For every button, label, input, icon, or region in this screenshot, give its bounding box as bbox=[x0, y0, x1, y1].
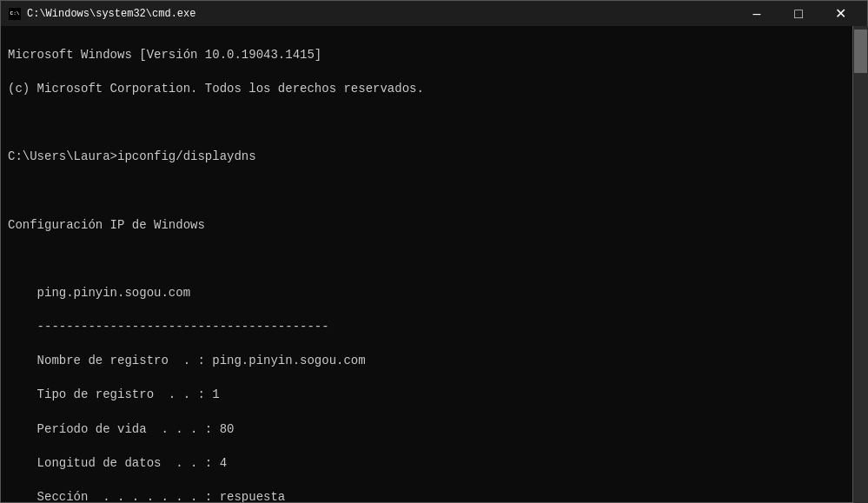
title-bar-controls: – □ ✕ bbox=[737, 1, 860, 27]
block1-periodo: Período de vida . . . : 80 bbox=[8, 421, 845, 439]
maximize-button[interactable]: □ bbox=[779, 1, 818, 27]
close-button[interactable]: ✕ bbox=[820, 1, 860, 27]
console-line3 bbox=[8, 115, 845, 132]
console-section-header: Configuración IP de Windows bbox=[8, 217, 845, 235]
block1-nombre: Nombre de registro . : ping.pinyin.sogou… bbox=[8, 353, 845, 370]
console-blank1 bbox=[8, 251, 845, 268]
cmd-icon bbox=[8, 7, 22, 21]
minimize-button[interactable]: – bbox=[737, 1, 777, 27]
block1-longitud: Longitud de datos . . : 4 bbox=[8, 455, 845, 473]
console-line5 bbox=[8, 182, 845, 200]
console-line4: C:\Users\Laura>ipconfig/displaydns bbox=[8, 149, 845, 166]
console-wrapper: Microsoft Windows [Versión 10.0.19043.14… bbox=[0, 26, 868, 503]
scrollbar[interactable] bbox=[853, 26, 868, 503]
console-line2: (c) Microsoft Corporation. Todos los der… bbox=[8, 81, 845, 98]
title-bar: C:\Windows\system32\cmd.exe – □ ✕ bbox=[0, 0, 868, 26]
console-area[interactable]: Microsoft Windows [Versión 10.0.19043.14… bbox=[0, 26, 853, 503]
scrollbar-thumb[interactable] bbox=[854, 30, 867, 73]
title-bar-left: C:\Windows\system32\cmd.exe bbox=[8, 7, 195, 21]
window-title: C:\Windows\system32\cmd.exe bbox=[27, 8, 195, 20]
block1-hostname: ping.pinyin.sogou.com bbox=[8, 285, 845, 302]
block1-separator: ---------------------------------------- bbox=[8, 319, 845, 336]
block1-tipo: Tipo de registro . . : 1 bbox=[8, 387, 845, 404]
block1-seccion: Sección . . . . . . . : respuesta bbox=[8, 489, 845, 503]
console-line1: Microsoft Windows [Versión 10.0.19043.14… bbox=[8, 47, 845, 64]
